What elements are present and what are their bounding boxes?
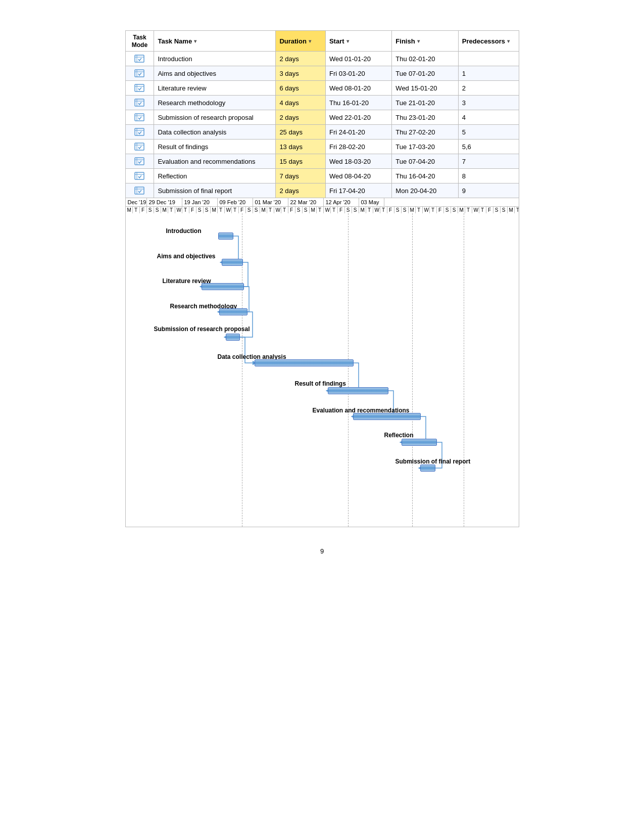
day-header-47: M — [458, 207, 465, 213]
start-cell: Wed 22-01-20 — [325, 110, 391, 125]
finish-cell: Thu 16-04-20 — [392, 169, 458, 183]
day-header-15: T — [232, 207, 239, 213]
day-header-20: T — [267, 207, 274, 213]
connector-arrows — [126, 213, 519, 527]
day-header-0: M — [126, 207, 133, 213]
month-header-2: 19 Jan '20 — [182, 198, 218, 206]
day-header-53: S — [501, 207, 508, 213]
finish-cell: Thu 02-01-20 — [392, 52, 458, 66]
sort-arrow-name[interactable]: ▾ — [194, 38, 196, 44]
mode-icon — [129, 69, 151, 78]
day-header-18: S — [253, 207, 260, 213]
table-row: Introduction2 daysWed 01-01-20Thu 02-01-… — [125, 52, 519, 66]
finish-cell: Tue 07-01-20 — [392, 66, 458, 81]
finish-cell: Thu 23-01-20 — [392, 110, 458, 125]
finish-cell: Tue 17-03-20 — [392, 140, 458, 154]
task-bar-2 — [202, 283, 244, 290]
mode-cell — [125, 110, 154, 125]
predecessors-cell: 5,6 — [458, 140, 519, 154]
th-duration-label: Duration — [279, 37, 306, 45]
day-header-55: T — [515, 207, 519, 213]
day-header-17: S — [246, 207, 253, 213]
start-cell: Wed 18-03-20 — [325, 154, 391, 169]
sort-arrow-finish[interactable]: ▾ — [417, 38, 420, 44]
day-header-51: F — [486, 207, 493, 213]
sort-arrow-start[interactable]: ▾ — [346, 38, 349, 44]
th-name-label: Task Name — [158, 37, 192, 45]
predecessors-cell: 1 — [458, 66, 519, 81]
th-mode-label: Task Mode — [132, 34, 147, 49]
day-header-4: S — [154, 207, 161, 213]
th-duration: Duration ▾ — [276, 31, 326, 52]
task-bar-4 — [226, 334, 240, 341]
timeline-months: Dec '1929 Dec '1919 Jan '2009 Feb '2001 … — [126, 198, 519, 207]
table-row: Reflection7 daysWed 08-04-20Thu 16-04-20… — [125, 169, 519, 183]
mode-cell — [125, 140, 154, 154]
day-header-24: S — [295, 207, 303, 213]
task-label-6: Result of findings — [295, 380, 346, 387]
day-header-19: M — [260, 207, 267, 213]
start-cell: Fri 17-04-20 — [325, 183, 391, 198]
month-header-4: 01 Mar '20 — [253, 198, 288, 206]
task-label-8: Reflection — [384, 432, 414, 439]
day-header-32: S — [352, 207, 359, 213]
day-header-42: W — [423, 207, 430, 213]
task-name-cell: Evaluation and recommendations — [154, 154, 276, 169]
task-label-4: Submission of research proposal — [154, 326, 250, 333]
sort-arrow-pred[interactable]: ▾ — [507, 38, 510, 44]
predecessors-cell: 5 — [458, 125, 519, 140]
task-name-cell: Data collection analysis — [154, 125, 276, 140]
predecessors-cell: 4 — [458, 110, 519, 125]
table-row: Literature review6 daysWed 08-01-20Wed 1… — [125, 81, 519, 96]
duration-cell: 3 days — [276, 66, 326, 81]
task-name-cell: Research methodology — [154, 96, 276, 110]
mode-cell — [125, 183, 154, 198]
gantt-table: Task Mode Task Name ▾ Duration ▾ — [125, 30, 519, 198]
start-cell: Fri 28-02-20 — [325, 140, 391, 154]
day-header-13: T — [218, 207, 225, 213]
day-header-48: T — [465, 207, 472, 213]
day-header-25: S — [303, 207, 310, 213]
task-bar-7 — [353, 413, 421, 420]
table-row: Submission of research proposal2 daysWed… — [125, 110, 519, 125]
mode-cell — [125, 81, 154, 96]
duration-cell: 7 days — [276, 169, 326, 183]
day-header-1: T — [133, 207, 140, 213]
table-row: Submission of final report2 daysFri 17-0… — [125, 183, 519, 198]
day-header-36: T — [380, 207, 387, 213]
vertical-line-3 — [464, 213, 464, 527]
day-header-50: T — [479, 207, 486, 213]
page-number: 9 — [320, 547, 324, 555]
day-header-45: S — [444, 207, 451, 213]
month-header-6: 12 Apr '20 — [324, 198, 359, 206]
th-start-label: Start — [329, 37, 344, 45]
day-header-14: W — [225, 207, 232, 213]
sort-arrow-duration[interactable]: ▾ — [309, 38, 311, 44]
day-header-9: F — [189, 207, 196, 213]
th-pred-label: Predecessors — [462, 37, 505, 45]
start-cell: Fri 03-01-20 — [325, 66, 391, 81]
table-row: Research methodology4 daysThu 16-01-20Tu… — [125, 96, 519, 110]
predecessors-cell: 3 — [458, 96, 519, 110]
table-row: Result of findings13 daysFri 28-02-20Tue… — [125, 140, 519, 154]
finish-cell: Tue 21-01-20 — [392, 96, 458, 110]
day-header-52: S — [493, 207, 501, 213]
month-header-1: 29 Dec '19 — [147, 198, 182, 206]
day-header-43: T — [430, 207, 437, 213]
mode-icon — [129, 127, 151, 136]
table-row: Evaluation and recommendations15 daysWed… — [125, 154, 519, 169]
mode-icon — [129, 186, 151, 195]
task-bar-1 — [222, 259, 243, 266]
task-bar-8 — [402, 439, 437, 446]
mode-icon — [129, 142, 151, 151]
day-header-49: W — [472, 207, 479, 213]
month-header-0: Dec '19 — [126, 198, 147, 206]
th-mode: Task Mode — [125, 31, 154, 52]
duration-cell: 4 days — [276, 96, 326, 110]
finish-cell: Tue 07-04-20 — [392, 154, 458, 169]
task-label-9: Submission of final report — [395, 458, 471, 465]
day-header-8: T — [182, 207, 189, 213]
month-header-5: 22 Mar '20 — [288, 198, 324, 206]
vertical-line-2 — [412, 213, 413, 527]
day-header-30: F — [338, 207, 345, 213]
